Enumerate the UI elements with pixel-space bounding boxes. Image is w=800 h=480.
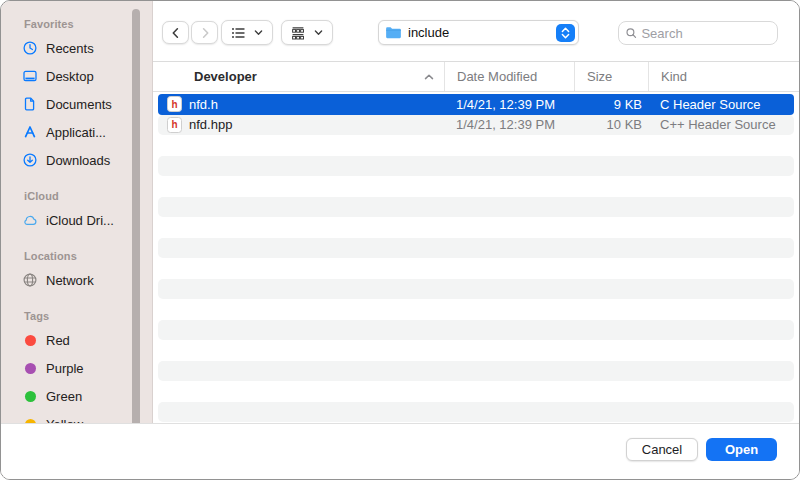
- forward-button[interactable]: [191, 21, 218, 44]
- file-kind: C++ Header Source: [648, 115, 794, 136]
- popup-stepper-icon: [556, 24, 575, 42]
- open-file-dialog: Favorites Recents Desktop Documents Appl…: [0, 0, 800, 480]
- search-icon: [625, 26, 637, 40]
- red-tag-icon: [22, 332, 38, 348]
- sidebar-item-applications[interactable]: Applicati...: [1, 118, 152, 146]
- sidebar-item-label: Documents: [46, 97, 112, 112]
- sidebar-item-label: Green: [46, 389, 82, 404]
- sidebar-item-desktop[interactable]: Desktop: [1, 62, 152, 90]
- column-header-row: Developer Date Modified Size Kind: [153, 62, 799, 92]
- sidebar-item-label: Network: [46, 273, 94, 288]
- file-name: nfd.h: [189, 97, 218, 112]
- sidebar-item-label: Desktop: [46, 69, 94, 84]
- sidebar-item-downloads[interactable]: Downloads: [1, 146, 152, 174]
- location-popup[interactable]: include: [378, 20, 579, 45]
- file-name: nfd.hpp: [189, 117, 232, 132]
- empty-row: [158, 176, 794, 197]
- c-header-file-icon: h: [167, 96, 182, 112]
- sidebar-item-label: Applicati...: [46, 125, 106, 140]
- file-date-modified: 1/4/21, 12:39 PM: [444, 115, 574, 136]
- empty-row: [158, 238, 794, 259]
- empty-row: [158, 381, 794, 402]
- empty-row: [158, 361, 794, 382]
- chevron-down-icon: [253, 27, 264, 38]
- list-view-icon: [230, 25, 246, 41]
- chevron-down-icon: [313, 27, 324, 38]
- sidebar-item-tag-green[interactable]: Green: [1, 382, 152, 410]
- sort-ascending-icon: [422, 70, 436, 84]
- sidebar-section-tags: Tags: [1, 306, 152, 326]
- column-header-date-modified[interactable]: Date Modified: [444, 62, 574, 91]
- sidebar-item-label: Recents: [46, 41, 94, 56]
- empty-row: [158, 197, 794, 218]
- empty-row: [158, 279, 794, 300]
- empty-row: [158, 340, 794, 361]
- column-header-size[interactable]: Size: [574, 62, 648, 91]
- empty-row: [158, 156, 794, 177]
- sidebar-item-label: iCloud Dri...: [46, 213, 114, 228]
- globe-icon: [22, 272, 38, 288]
- empty-row: [158, 258, 794, 279]
- toolbar: include: [153, 1, 799, 62]
- sidebar-item-network[interactable]: Network: [1, 266, 152, 294]
- group-view-button[interactable]: [281, 20, 333, 45]
- column-header-name[interactable]: Developer: [153, 62, 444, 91]
- search-field[interactable]: [618, 21, 778, 45]
- file-date-modified: 1/4/21, 12:39 PM: [444, 94, 574, 115]
- file-list: h nfd.h 1/4/21, 12:39 PM 9 KB C Header S…: [153, 92, 799, 423]
- empty-row: [158, 217, 794, 238]
- column-header-kind[interactable]: Kind: [648, 62, 799, 91]
- green-tag-icon: [22, 388, 38, 404]
- chevron-right-icon: [198, 26, 212, 40]
- empty-row: [158, 320, 794, 341]
- sidebar-item-tag-purple[interactable]: Purple: [1, 354, 152, 382]
- sidebar: Favorites Recents Desktop Documents Appl…: [1, 1, 153, 479]
- sidebar-section-icloud: iCloud: [1, 186, 152, 206]
- sidebar-section-favorites: Favorites: [1, 14, 152, 34]
- clock-icon: [22, 40, 38, 56]
- folder-icon: [385, 25, 402, 40]
- sidebar-item-icloud-drive[interactable]: iCloud Dri...: [1, 206, 152, 234]
- sidebar-item-label: Purple: [46, 361, 84, 376]
- sidebar-item-documents[interactable]: Documents: [1, 90, 152, 118]
- empty-row: [158, 299, 794, 320]
- sidebar-scrollbar[interactable]: [132, 9, 140, 456]
- list-view-button[interactable]: [221, 20, 273, 45]
- group-view-icon: [290, 25, 306, 41]
- open-button[interactable]: Open: [706, 438, 777, 461]
- back-button[interactable]: [162, 21, 189, 44]
- sidebar-section-locations: Locations: [1, 246, 152, 266]
- desktop-icon: [22, 68, 38, 84]
- search-input[interactable]: [641, 26, 771, 41]
- sidebar-item-label: Red: [46, 333, 70, 348]
- cloud-icon: [22, 212, 38, 228]
- appstore-icon: [22, 124, 38, 140]
- file-size: 9 KB: [574, 94, 648, 115]
- file-row-nfd-hpp[interactable]: h nfd.hpp 1/4/21, 12:39 PM 10 KB C++ Hea…: [158, 115, 794, 136]
- sidebar-item-label: Downloads: [46, 153, 110, 168]
- empty-row: [158, 402, 794, 423]
- file-row-nfd-h[interactable]: h nfd.h 1/4/21, 12:39 PM 9 KB C Header S…: [158, 94, 794, 115]
- empty-row: [158, 135, 794, 156]
- file-size: 10 KB: [574, 115, 648, 136]
- chevron-left-icon: [169, 26, 183, 40]
- purple-tag-icon: [22, 360, 38, 376]
- document-icon: [22, 96, 38, 112]
- downloads-icon: [22, 152, 38, 168]
- file-kind: C Header Source: [648, 94, 794, 115]
- sidebar-item-recents[interactable]: Recents: [1, 34, 152, 62]
- cpp-header-file-icon: h: [167, 117, 182, 133]
- dialog-footer: Cancel Open: [1, 423, 799, 479]
- location-popup-label: include: [408, 25, 449, 40]
- cancel-button[interactable]: Cancel: [626, 438, 698, 461]
- sidebar-item-tag-red[interactable]: Red: [1, 326, 152, 354]
